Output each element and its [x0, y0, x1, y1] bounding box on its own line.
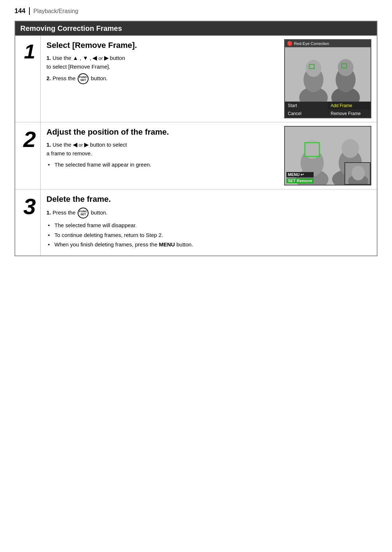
step-2-image: MENU ↩ SET Remove	[282, 122, 377, 189]
camera-photo-area	[285, 47, 371, 102]
step-3-content: Delete the frame. 1. Press the FUNCSET b…	[41, 189, 377, 255]
camera-screen-1: 🔴 Red-Eye Correction	[284, 39, 371, 118]
step-2-number: 2	[23, 128, 36, 151]
camera-header-text: Red-Eye Correction	[294, 41, 329, 46]
svg-point-21	[352, 166, 365, 180]
step-2-title: Adjust the position of the frame.	[46, 127, 277, 137]
section-title: Removing Correction Frames	[15, 21, 377, 36]
step-2-instruction-1: 1. Use the ◀ or ▶ button to selecta fram…	[46, 140, 277, 158]
set-label: SET Remove	[286, 178, 314, 183]
menu-add-frame: Add Frame	[328, 102, 371, 110]
step-2-instructions: 1. Use the ◀ or ▶ button to selecta fram…	[46, 140, 277, 158]
page-header: 144 Playback/Erasing	[15, 7, 377, 15]
step-3-bullets: The selected frame will disappear. To co…	[46, 221, 371, 249]
svg-point-4	[306, 60, 321, 77]
svg-point-17	[342, 139, 359, 158]
step-3-bullet-3: When you finish deleting frames, press t…	[48, 241, 371, 249]
func-set-button-icon: FUNCSET	[78, 73, 89, 84]
step-3-bullet-1: The selected frame will disappear.	[48, 221, 371, 230]
step-1-num-col: 1	[15, 36, 41, 122]
step-1-instruction-1: 1. Use the ▲ , ▼ , ◀ or ▶ buttonto selec…	[46, 54, 277, 71]
face-thumbnail-svg	[345, 163, 371, 185]
step-3-title: Delete the frame.	[46, 195, 371, 204]
func-set-button-icon-3: FUNCSET	[78, 208, 89, 218]
step-3-num-col: 3	[15, 189, 41, 255]
page-section: Playback/Erasing	[33, 8, 78, 15]
step-2-row: 2 Adjust the position of the frame. 1. U…	[15, 122, 377, 189]
photo-svg	[285, 47, 371, 102]
step-3-number: 3	[23, 195, 36, 218]
step-1-title: Select [Remove Frame].	[46, 41, 277, 50]
func-set-label-3: FUNCSET	[79, 210, 87, 216]
camera-screen-2: MENU ↩ SET Remove	[284, 126, 371, 185]
menu-label: MENU ↩	[286, 172, 314, 177]
menu-start: Start	[285, 102, 328, 110]
page: 144 Playback/Erasing Removing Correction…	[0, 0, 392, 274]
camera-photo-area-2: MENU ↩ SET Remove	[285, 127, 371, 185]
step-2-content: Adjust the position of the frame. 1. Use…	[41, 122, 282, 189]
step-1-image: 🔴 Red-Eye Correction	[282, 36, 377, 122]
step-1-instruction-2: 2. Press the FUNCSET button.	[46, 73, 277, 84]
step-3-bullet-2: To continue deleting frames, return to S…	[48, 231, 371, 240]
step-1-number: 1	[24, 41, 35, 62]
camera-screen-header: 🔴 Red-Eye Correction	[285, 40, 371, 47]
step-2-bullets: The selected frame will appear in green.	[46, 161, 277, 169]
face-thumbnail	[344, 162, 371, 185]
step-2-num-col: 2	[15, 122, 41, 189]
step-3-instruction-1: 1. Press the FUNCSET button.	[46, 208, 371, 218]
menu-remove-frame: Remove Frame	[328, 110, 371, 118]
page-number: 144	[15, 7, 30, 15]
step-1-row: 1 Select [Remove Frame]. 1. Use the ▲ , …	[15, 36, 377, 122]
step-3-row: 3 Delete the frame. 1. Press the FUNCSET…	[15, 189, 377, 255]
step-3-instructions: 1. Press the FUNCSET button.	[46, 208, 371, 218]
func-set-label: FUNCSET	[79, 76, 87, 82]
camera-screen-2-overlay: MENU ↩ SET Remove	[286, 172, 314, 183]
step-2-bullet-1: The selected frame will appear in green.	[48, 161, 277, 169]
step-1-content: Select [Remove Frame]. 1. Use the ▲ , ▼ …	[41, 36, 282, 122]
menu-cancel: Cancel	[285, 110, 328, 118]
instruction-box: Removing Correction Frames 1 Select [Rem…	[15, 21, 377, 256]
camera-menu-bar: Start Add Frame Cancel Remove Frame	[285, 102, 371, 118]
step-1-instructions: 1. Use the ▲ , ▼ , ◀ or ▶ buttonto selec…	[46, 54, 277, 84]
